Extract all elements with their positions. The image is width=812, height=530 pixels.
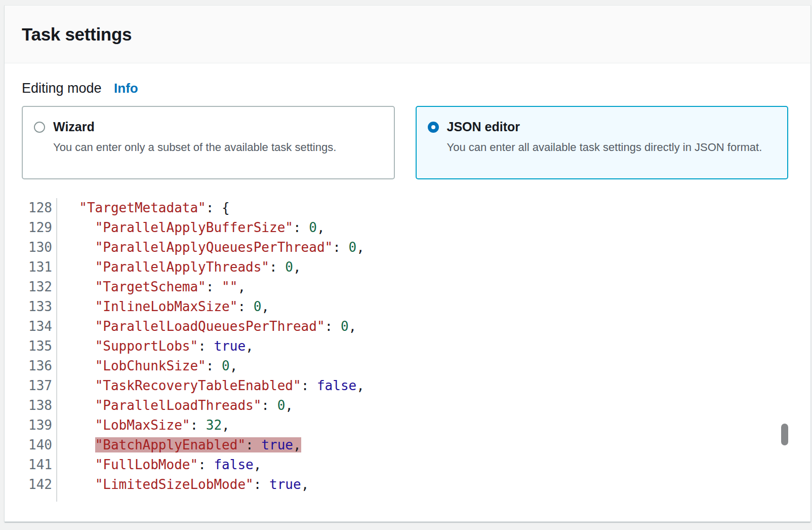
page: Task settings Editing mode Info Wizard Y… [0, 0, 812, 530]
code-line[interactable]: "LobMaxSize": 32, [63, 415, 810, 435]
code-line[interactable]: "LobChunkSize": 0, [63, 356, 810, 376]
code-tokens: "ParallelLoadQueuesPerThread": 0, [95, 319, 357, 334]
line-number: 131 [5, 257, 52, 277]
line-number: 138 [5, 396, 52, 415]
code-tokens: "InlineLobMaxSize": 0, [95, 299, 269, 314]
line-number: 129 [5, 218, 52, 238]
wizard-radio[interactable] [34, 122, 45, 133]
code-tokens: "TaskRecoveryTableEnabled": false, [95, 378, 364, 393]
code-line[interactable]: "TaskRecoveryTableEnabled": false, [63, 376, 810, 396]
code-tokens: "ParallelApplyQueuesPerThread": 0, [95, 240, 364, 255]
highlighted-token: "BatchApplyEnabled": true, [95, 437, 301, 452]
line-number: 141 [5, 455, 52, 475]
json-editor-radio[interactable] [428, 122, 439, 133]
code-line[interactable]: "LimitedSizeLobMode": true, [63, 475, 810, 495]
code-line[interactable]: "ParallelApplyQueuesPerThread": 0, [63, 238, 810, 257]
code-line[interactable]: "TargetSchema": "", [63, 277, 810, 297]
line-number: 140 [5, 435, 52, 455]
code-tokens: "LobChunkSize": 0, [95, 358, 238, 373]
code-tokens: "LobMaxSize": 32, [95, 418, 230, 433]
wizard-option-header: Wizard [34, 120, 384, 134]
code-line[interactable]: "FullLobMode": false, [63, 455, 810, 475]
code-tokens: "SupportLobs": true, [95, 338, 254, 354]
code-tokens: "ParallelApplyThreads": 0, [95, 259, 301, 275]
line-number: 137 [5, 376, 52, 396]
code-tokens: "ParallelApplyBufferSize": 0, [95, 220, 325, 235]
wizard-label: Wizard [53, 120, 95, 134]
code-line[interactable]: "ParallelLoadQueuesPerThread": 0, [63, 317, 810, 336]
line-number: 134 [5, 317, 52, 336]
code-line[interactable]: "BatchApplyEnabled": true, [63, 435, 810, 455]
panel-header: Task settings [5, 6, 810, 63]
info-link[interactable]: Info [114, 81, 138, 96]
editor-code-area[interactable]: "TargetMetadata": { "ParallelApplyBuffer… [57, 198, 810, 502]
code-line[interactable]: "ParallelApplyThreads": 0, [63, 257, 810, 277]
code-tokens: "ParallelLoadThreads": 0, [95, 398, 293, 413]
line-number: 132 [5, 277, 52, 297]
scrollbar-thumb[interactable] [781, 424, 788, 445]
code-tokens: "TargetMetadata": { [79, 200, 229, 215]
task-settings-panel: Task settings Editing mode Info Wizard Y… [4, 5, 811, 522]
line-number: 136 [5, 356, 52, 376]
line-number: 130 [5, 238, 52, 257]
code-line[interactable]: "TargetMetadata": { [63, 198, 810, 218]
line-number: 135 [5, 336, 52, 356]
code-tokens: "TargetSchema": "", [95, 279, 246, 294]
code-line[interactable]: "SupportLobs": true, [63, 336, 810, 356]
radio-dot-icon [431, 125, 435, 129]
line-number: 139 [5, 415, 52, 435]
panel-title: Task settings [22, 24, 132, 45]
code-tokens: "LimitedSizeLobMode": true, [95, 477, 309, 492]
code-tokens: "FullLobMode": false, [95, 457, 262, 472]
json-code-editor[interactable]: 1281291301311321331341351361371381391401… [5, 198, 810, 502]
wizard-option-tile[interactable]: Wizard You can enter only a subset of th… [22, 106, 395, 179]
json-editor-description: You can enter all available task setting… [447, 138, 771, 157]
code-line[interactable]: "ParallelLoadThreads": 0, [63, 396, 810, 415]
json-editor-label: JSON editor [447, 120, 520, 134]
json-editor-option-header: JSON editor [428, 120, 778, 134]
code-line[interactable]: "ParallelApplyBufferSize": 0, [63, 218, 810, 238]
line-number: 133 [5, 297, 52, 317]
editing-mode-options: Wizard You can enter only a subset of th… [22, 106, 788, 179]
json-editor-option-tile[interactable]: JSON editor You can enter all available … [416, 106, 789, 179]
editing-mode-label: Editing mode [22, 81, 102, 96]
line-number: 142 [5, 475, 52, 495]
editor-gutter: 1281291301311321331341351361371381391401… [5, 198, 57, 502]
code-line[interactable]: "InlineLobMaxSize": 0, [63, 297, 810, 317]
wizard-description: You can enter only a subset of the avail… [53, 138, 377, 157]
editing-mode-field: Editing mode Info [22, 80, 788, 98]
line-number: 128 [5, 198, 52, 218]
